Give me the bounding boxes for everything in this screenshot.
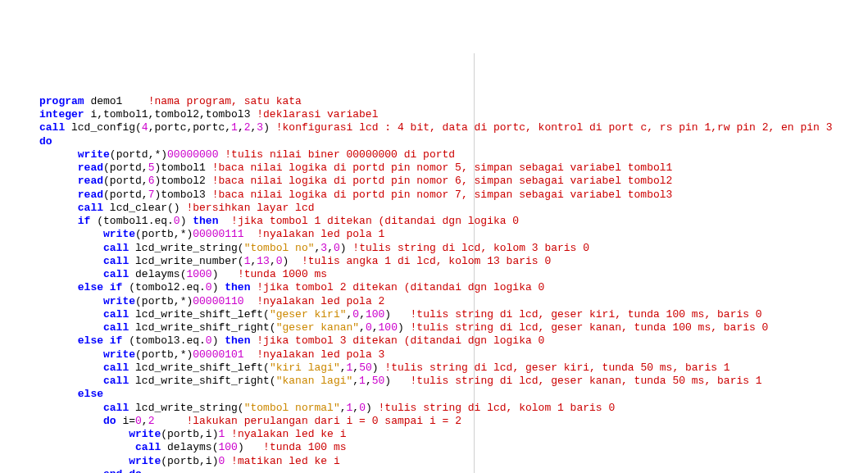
token-id: ): [398, 321, 411, 334]
token-id: (portd,: [103, 175, 148, 187]
token-kw: write: [103, 228, 135, 240]
code-line[interactable]: read(portd,6)tombol2 !baca nilai logika …: [39, 175, 868, 188]
token-kw: read: [78, 175, 103, 187]
token-nm: 0: [135, 415, 142, 427]
code-line[interactable]: call lcd_write_shift_right("geser kanan"…: [39, 321, 868, 334]
token-cm: !nyalakan led pola 1: [257, 228, 384, 240]
code-line[interactable]: write(portb,*)00000111 !nyalakan led pol…: [39, 228, 868, 241]
code-line[interactable]: else if (tombol2.eq.0) then !jika tombol…: [39, 281, 868, 294]
token-nm: 00000101: [193, 348, 243, 361]
code-line[interactable]: read(portd,5)tombol1 !baca nilai logika …: [39, 161, 868, 175]
token-id: [244, 228, 257, 240]
token-cm: !bersihkan layar lcd: [186, 202, 314, 214]
token-id: lcd_write_shift_right(: [129, 375, 275, 387]
code-line[interactable]: end do: [39, 468, 868, 473]
token-nm: 4: [142, 121, 148, 134]
token-id: ,: [359, 308, 366, 321]
token-kw: then: [225, 281, 250, 293]
token-id: lcd_write_string(: [129, 242, 243, 254]
token-kw: call: [135, 441, 161, 453]
token-kw: call: [39, 121, 65, 134]
code-line[interactable]: call lcd_write_shift_right("kanan lagi",…: [39, 375, 868, 388]
token-kw: call: [103, 308, 129, 321]
code-line[interactable]: else if (tombol3.eq.0) then !jika tombol…: [39, 334, 868, 348]
token-kw: then: [193, 215, 218, 227]
token-cm: !tulis string di lcd, geser kanan, tunda…: [411, 321, 769, 334]
token-kw: read: [78, 161, 103, 174]
code-line[interactable]: read(portd,7)tombol3 !baca nilai logika …: [39, 189, 868, 202]
code-line[interactable]: call lcd_clear() !bersihkan layar lcd: [39, 202, 868, 215]
token-id: ): [263, 121, 276, 134]
token-id: lcd_clear(): [103, 202, 186, 214]
code-line[interactable]: write(portb,*)00000110 !nyalakan led pol…: [39, 295, 868, 308]
token-nm: 1: [359, 375, 366, 387]
token-kw: call: [103, 268, 129, 280]
token-id: ): [212, 268, 238, 280]
token-id: delayms(: [129, 268, 186, 280]
token-id: lcd_write_shift_left(: [129, 362, 270, 374]
code-editor[interactable]: program demo1 !nama program, satu katain…: [0, 53, 868, 473]
token-id: ,: [352, 402, 359, 414]
token-kw: do: [103, 415, 116, 427]
token-id: (portd,: [103, 189, 148, 201]
token-id: ,: [352, 362, 359, 374]
token-id: (portb,*): [135, 348, 193, 361]
token-id: ): [384, 375, 410, 387]
token-kw: if: [78, 215, 91, 227]
code-line[interactable]: program demo1 !nama program, satu kata: [39, 95, 868, 108]
token-cm: !nyalakan led pola 2: [257, 295, 384, 307]
code-line[interactable]: do: [39, 135, 868, 148]
code-line[interactable]: call lcd_write_shift_left("geser kiri",0…: [39, 308, 868, 321]
code-line[interactable]: if (tombol1.eq.0) then !jika tombol 1 di…: [39, 215, 868, 228]
token-id: ,: [142, 415, 148, 427]
token-id: ,: [359, 321, 366, 334]
token-id: ): [372, 362, 385, 374]
token-kw: call: [103, 402, 129, 414]
token-nm: 0: [359, 402, 366, 414]
token-nm: 100: [379, 321, 398, 334]
token-kw: call: [78, 202, 103, 214]
token-id: ): [283, 255, 302, 267]
token-id: (portd,: [103, 161, 148, 174]
code-line[interactable]: do i=0,2 !lakukan perulangan dari i = 0 …: [39, 415, 868, 428]
code-line[interactable]: call delayms(100) !tunda 100 ms: [39, 441, 868, 454]
token-nm: 100: [366, 308, 384, 321]
token-id: [244, 348, 257, 361]
code-line[interactable]: write(portd,*)00000000 !tulis nilai bine…: [39, 148, 868, 161]
code-line[interactable]: call lcd_write_number(1,13,0) !tulis ang…: [39, 255, 868, 268]
token-st: "geser kanan": [276, 321, 359, 334]
code-line[interactable]: call lcd_write_shift_left("kiri lagi",1,…: [39, 362, 868, 375]
code-line[interactable]: call lcd_config(4,portc,portc,1,2,3) !ko…: [39, 121, 868, 134]
token-kw: write: [78, 148, 110, 161]
token-nm: 0: [334, 242, 340, 254]
token-cm: !tulis string di lcd, geser kanan, tunda…: [411, 375, 762, 387]
code-line[interactable]: else: [39, 388, 868, 401]
token-cm: !tulis angka 1 di lcd, kolom 13 baris 0: [302, 255, 551, 267]
token-st: "kiri lagi": [270, 362, 340, 374]
token-cm: !nyalakan led pola 3: [257, 348, 384, 361]
token-id: lcd_config(: [65, 121, 142, 134]
code-line[interactable]: write(portb,i)1 !nyalakan led ke i: [39, 428, 868, 441]
code-line[interactable]: integer i,tombol1,tombol2,tombol3 !dekla…: [39, 108, 868, 121]
token-st: "tombol no": [244, 242, 315, 254]
token-kw: then: [225, 334, 250, 347]
token-id: )tombol1: [154, 161, 211, 174]
code-line[interactable]: write(portb,i)0 !matikan led ke i: [39, 455, 868, 468]
token-cm: !deklarasi variabel: [257, 108, 378, 121]
code-line[interactable]: write(portb,*)00000101 !nyalakan led pol…: [39, 348, 868, 362]
token-cm: !baca nilai logika di portd pin nomor 5,…: [212, 161, 673, 174]
print-margin-line: [474, 53, 475, 473]
token-cm: !jika tombol 2 ditekan (ditandai dgn log…: [257, 281, 544, 293]
token-id: ,: [327, 242, 334, 254]
code-line[interactable]: call lcd_write_string("tombol no",3,0) !…: [39, 242, 868, 255]
token-id: demo1: [84, 95, 148, 107]
token-nm: 3: [320, 242, 327, 254]
token-nm: 0: [174, 215, 180, 227]
token-kw: write: [129, 455, 161, 467]
token-st: "geser kiri": [270, 308, 347, 321]
token-id: (portd,*): [110, 148, 167, 161]
code-line[interactable]: call delayms(1000) !tunda 1000 ms: [39, 268, 868, 281]
token-id: ): [180, 215, 193, 227]
token-nm: 50: [359, 362, 372, 374]
code-line[interactable]: call lcd_write_string("tombol normal",1,…: [39, 402, 868, 415]
